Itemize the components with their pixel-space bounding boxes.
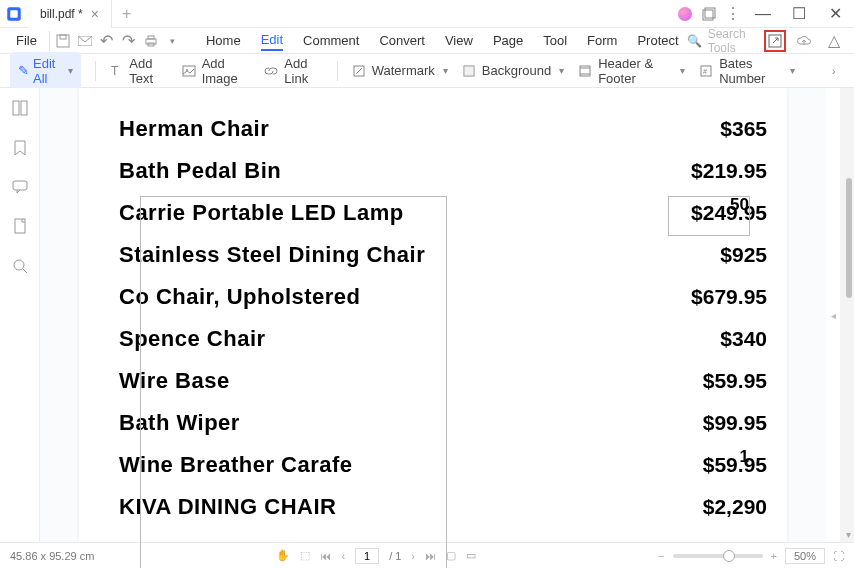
item-price: $59.951 [703, 453, 767, 477]
item-name: Bath Pedal Bin [119, 158, 281, 184]
edit-toolbar: ✎ Edit All ▾ T Add Text Add Image Add Li… [0, 54, 854, 88]
table-row[interactable]: Herman Chair$365 [119, 108, 767, 150]
file-menu[interactable]: File [8, 33, 45, 48]
chevron-down-icon: ▾ [68, 65, 73, 76]
statusbar: 45.86 x 95.29 cm ✋ ⬚ ⏮ ‹ / 1 › ⏭ ▢ ▭ − +… [0, 542, 854, 568]
tab-convert[interactable]: Convert [379, 31, 425, 50]
item-price: $679.95 [691, 285, 767, 309]
chevron-down-icon: ▾ [790, 65, 795, 76]
tab-comment[interactable]: Comment [303, 31, 359, 50]
tab-form[interactable]: Form [587, 31, 617, 50]
divider [49, 31, 50, 51]
fit-width-icon[interactable]: ▭ [466, 549, 476, 562]
vertical-scrollbar[interactable]: ▾ [840, 88, 854, 542]
tab-protect[interactable]: Protect [637, 31, 678, 50]
table-row[interactable]: Co Chair, Upholstered$679.95 [119, 276, 767, 318]
svg-rect-12 [183, 66, 195, 76]
share-button[interactable] [764, 30, 786, 52]
zoom-slider-thumb[interactable] [723, 550, 735, 562]
page-number-input[interactable] [355, 548, 379, 564]
tab-tool[interactable]: Tool [543, 31, 567, 50]
collapse-right-icon[interactable]: ◂ [826, 88, 840, 542]
svg-rect-23 [13, 101, 19, 115]
fit-page-icon[interactable]: ▢ [446, 549, 456, 562]
prev-page-icon[interactable]: ‹ [341, 550, 345, 562]
svg-rect-1 [10, 10, 18, 18]
item-name: Herman Chair [119, 116, 269, 142]
first-page-icon[interactable]: ⏮ [320, 550, 331, 562]
add-text-label: Add Text [129, 56, 167, 86]
svg-rect-4 [57, 35, 69, 47]
cloud-icon[interactable] [794, 31, 814, 51]
hand-tool-icon[interactable]: ✋ [276, 549, 290, 562]
add-text-button[interactable]: T Add Text [109, 56, 167, 86]
minimize-button[interactable]: — [752, 3, 774, 25]
zoom-out-icon[interactable]: − [658, 550, 664, 562]
attachment-icon[interactable] [13, 218, 27, 238]
chevron-down-icon: ▾ [559, 65, 564, 76]
app-icon [0, 0, 28, 28]
item-price: $249.9550 [691, 201, 767, 225]
svg-rect-25 [13, 181, 27, 190]
popup-icon[interactable] [700, 5, 718, 23]
search-tools[interactable]: 🔍 Search Tools [687, 27, 750, 55]
save-icon[interactable] [56, 31, 70, 51]
item-name: Stainless Steel Dining Chair [119, 242, 425, 268]
print-icon[interactable] [144, 31, 158, 51]
bookmark-icon[interactable] [13, 140, 27, 160]
header-footer-button[interactable]: Header & Footer ▾ [578, 56, 685, 86]
close-window-button[interactable]: ✕ [824, 3, 846, 25]
page-dimensions: 45.86 x 95.29 cm [10, 550, 94, 562]
add-image-button[interactable]: Add Image [182, 56, 251, 86]
thumbnails-icon[interactable] [12, 100, 28, 120]
zoom-slider[interactable] [673, 554, 763, 558]
add-link-button[interactable]: Add Link [264, 56, 323, 86]
last-page-icon[interactable]: ⏭ [425, 550, 436, 562]
fullscreen-icon[interactable]: ⛶ [833, 550, 844, 562]
add-link-label: Add Link [284, 56, 323, 86]
page-viewport[interactable]: W Herman Chair$365Bath Pedal Bin$219.95C… [40, 88, 826, 542]
svg-line-15 [356, 68, 362, 74]
next-page-icon[interactable]: › [411, 550, 415, 562]
select-tool-icon[interactable]: ⬚ [300, 549, 310, 562]
tab-view[interactable]: View [445, 31, 473, 50]
price-overlay: 1 [740, 447, 749, 467]
ai-assistant-icon[interactable] [676, 5, 694, 23]
scroll-thumb[interactable] [846, 178, 852, 298]
tab-edit[interactable]: Edit [261, 30, 283, 51]
image-icon [182, 64, 196, 78]
mail-icon[interactable] [78, 31, 92, 51]
maximize-button[interactable]: ☐ [788, 3, 810, 25]
collapse-ribbon-icon[interactable]: △ [824, 31, 844, 51]
table-row[interactable]: Wire Base$59.95 [119, 360, 767, 402]
item-price: $340 [720, 327, 767, 351]
new-tab-button[interactable]: + [112, 5, 141, 23]
table-row[interactable]: Bath Pedal Bin$219.95 [119, 150, 767, 192]
table-row[interactable]: Carrie Portable LED Lamp$249.9550 [119, 192, 767, 234]
print-dropdown[interactable]: ▾ [166, 31, 180, 51]
undo-icon[interactable]: ↶ [100, 31, 114, 51]
zoom-in-icon[interactable]: + [771, 550, 777, 562]
table-row[interactable]: Spence Chair$340 [119, 318, 767, 360]
scroll-down-icon[interactable]: ▾ [846, 529, 851, 540]
comment-panel-icon[interactable] [12, 180, 28, 198]
table-row[interactable]: Wine Breather Carafe$59.951 [119, 444, 767, 486]
redo-icon[interactable]: ↷ [122, 31, 136, 51]
search-panel-icon[interactable] [12, 258, 28, 278]
document-tab[interactable]: bill.pdf * × [28, 0, 112, 28]
bates-number-button[interactable]: # Bates Number ▾ [699, 56, 795, 86]
watermark-button[interactable]: Watermark ▾ [352, 63, 448, 78]
close-tab-icon[interactable]: × [91, 6, 99, 22]
table-row[interactable]: Stainless Steel Dining Chair$925 [119, 234, 767, 276]
table-row[interactable]: KIVA DINING CHAIR$2,290 [119, 486, 767, 528]
toolbar-overflow-icon[interactable]: › [825, 61, 842, 81]
tab-page[interactable]: Page [493, 31, 523, 50]
table-row[interactable]: Bath Wiper$99.95 [119, 402, 767, 444]
edit-all-button[interactable]: ✎ Edit All ▾ [10, 52, 81, 90]
price-overlay: 50 [730, 195, 749, 215]
tab-home[interactable]: Home [206, 31, 241, 50]
kebab-menu-icon[interactable]: ⋮ [724, 5, 742, 23]
zoom-value[interactable]: 50% [785, 548, 825, 564]
titlebar: bill.pdf * × + ⋮ — ☐ ✕ [0, 0, 854, 28]
background-button[interactable]: Background ▾ [462, 63, 564, 78]
